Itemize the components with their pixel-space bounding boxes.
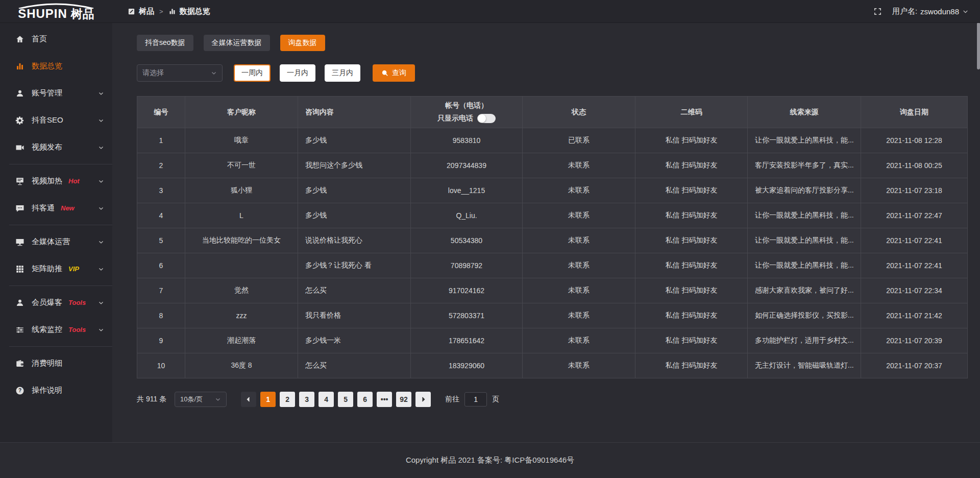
phone-only-toggle[interactable] — [477, 114, 496, 123]
wallet-icon — [15, 359, 24, 368]
page-button-5[interactable]: 5 — [338, 392, 353, 407]
filter-select-placeholder: 请选择 — [142, 68, 164, 78]
tab-inquiry-data[interactable]: 询盘数据 — [280, 35, 325, 51]
cell-qrcode[interactable]: 私信 扫码加好友 — [635, 178, 748, 203]
sidebar-item-member-burst[interactable]: 会员爆客Tools — [0, 289, 112, 316]
chevron-down-icon — [98, 205, 104, 211]
prev-page-button[interactable] — [241, 392, 256, 407]
cell-content: 多少钱 — [298, 178, 411, 203]
sidebar-item-video-publish[interactable]: 视频发布 — [0, 134, 112, 161]
cell-source[interactable]: 让你一眼就爱上的黑科技，能... — [748, 253, 861, 278]
cell-source[interactable]: 如何正确选择投影仪，买投影... — [748, 303, 861, 328]
cell-qrcode[interactable]: 私信 扫码加好友 — [635, 328, 748, 353]
next-page-button[interactable] — [415, 392, 431, 407]
period-button-quarter[interactable]: 三月内 — [325, 64, 360, 82]
header-nickname: 客户昵称 — [185, 97, 298, 128]
goto-page-input[interactable] — [464, 392, 487, 407]
cell-qrcode[interactable]: 私信 扫码加好友 — [635, 303, 748, 328]
user-menu[interactable]: 用户名: zswodun88 — [892, 7, 969, 16]
tab-omni-media-data[interactable]: 全媒体运营数据 — [204, 35, 270, 51]
brand-square-icon — [128, 8, 135, 15]
cell-source[interactable]: 让你一眼就爱上的黑科技，能... — [748, 228, 861, 253]
cell-date: 2021-11-07 20:39 — [861, 328, 968, 353]
sidebar-divider — [9, 164, 112, 164]
scrollbar[interactable] — [977, 22, 980, 478]
sidebar-item-label: 抖客通 — [32, 203, 55, 213]
cell-source[interactable]: 被大家追着问的客厅投影分享... — [748, 178, 861, 203]
goto-label: 前往 — [445, 395, 459, 404]
cell-serial: 1 — [137, 128, 185, 153]
sidebar-item-instructions[interactable]: ?操作说明 — [0, 377, 112, 404]
page-size-label: 10条/页 — [180, 395, 203, 404]
fullscreen-icon[interactable] — [873, 7, 882, 16]
page-button-6[interactable]: 6 — [357, 392, 373, 407]
cell-date: 2021-11-07 21:42 — [861, 303, 968, 328]
cell-qrcode[interactable]: 私信 扫码加好友 — [635, 353, 748, 378]
breadcrumb-root[interactable]: 树品 — [139, 7, 154, 16]
page-button-2[interactable]: 2 — [280, 392, 295, 407]
cell-qrcode[interactable]: 私信 扫码加好友 — [635, 203, 748, 228]
footer: Copyright 树品 2021 备案号: 粤ICP备09019646号 — [0, 442, 980, 478]
cell-qrcode[interactable]: 私信 扫码加好友 — [635, 253, 748, 278]
sidebar-item-douyin-seo[interactable]: 抖音SEO — [0, 107, 112, 134]
sidebar-item-home[interactable]: 首页 — [0, 26, 112, 53]
tab-douyin-seo-data[interactable]: 抖音seo数据 — [137, 35, 193, 51]
sidebar-badge: Hot — [68, 177, 80, 185]
svg-text:?: ? — [18, 388, 21, 393]
app-logo[interactable]: SHUPIN 树品 — [0, 0, 112, 22]
header-account-title: 帐号（电话） — [418, 101, 515, 110]
sidebar-item-consumption-detail[interactable]: 消费明细 — [0, 350, 112, 377]
member-icon — [15, 298, 24, 307]
sidebar-item-label: 矩阵助推 — [32, 264, 62, 274]
cell-nickname: zzz — [185, 303, 298, 328]
period-button-month[interactable]: 一月内 — [280, 64, 315, 82]
filter-select[interactable]: 请选择 — [137, 64, 223, 82]
cell-source[interactable]: 无主灯设计，智能磁吸轨道灯... — [748, 353, 861, 378]
topbar-right: 用户名: zswodun88 — [873, 7, 980, 16]
breadcrumb-current: 数据总览 — [180, 7, 210, 16]
page-button-1[interactable]: 1 — [260, 392, 276, 407]
sidebar-item-matrix-boost[interactable]: 矩阵助推VIP — [0, 255, 112, 282]
page-button-4[interactable]: 4 — [318, 392, 334, 407]
page-ellipsis[interactable]: ••• — [377, 392, 392, 407]
table-row: 8zzz我只看价格572803371未联系私信 扫码加好友如何正确选择投影仪，买… — [137, 303, 968, 328]
page-button-3[interactable]: 3 — [299, 392, 314, 407]
cell-source[interactable]: 多功能护栏灯，适用于乡村文... — [748, 328, 861, 353]
query-button[interactable]: 查询 — [373, 64, 415, 82]
cell-qrcode[interactable]: 私信 扫码加好友 — [635, 128, 748, 153]
sidebar-item-video-heating[interactable]: 视频加热Hot — [0, 168, 112, 195]
table-row: 3狐小狸多少钱love__1215未联系私信 扫码加好友被大家追着问的客厅投影分… — [137, 178, 968, 203]
cell-date: 2021-11-08 12:28 — [861, 128, 968, 153]
cell-source[interactable]: 让你一眼就爱上的黑科技，能... — [748, 203, 861, 228]
cell-source[interactable]: 感谢大家喜欢我家，被问了好... — [748, 278, 861, 303]
scrollbar-thumb[interactable] — [977, 22, 980, 69]
sidebar-item-data-overview[interactable]: 数据总览 — [0, 53, 112, 80]
sidebar-item-douketong[interactable]: 抖客通New — [0, 195, 112, 222]
header-status: 状态 — [523, 97, 635, 128]
logo-text-cn: 树品 — [71, 8, 94, 20]
sidebar-item-omni-media[interactable]: 全媒体运营 — [0, 228, 112, 255]
toggle-knob — [478, 114, 486, 123]
monitor-icon — [15, 237, 24, 247]
cell-source[interactable]: 让你一眼就爱上的黑科技，能... — [748, 128, 861, 153]
sidebar: 首页数据总览账号管理抖音SEO视频发布视频加热Hot抖客通New全媒体运营矩阵助… — [0, 22, 112, 442]
cell-status: 未联系 — [523, 178, 635, 203]
breadcrumb: 树品 > 数据总览 — [128, 7, 210, 16]
cell-content: 多少钱 — [298, 128, 411, 153]
cell-content: 怎么买 — [298, 353, 411, 378]
period-button-week[interactable]: 一周内 — [234, 64, 271, 82]
page-button-92[interactable]: 92 — [396, 392, 411, 407]
cell-qrcode[interactable]: 私信 扫码加好友 — [635, 278, 748, 303]
goto-unit: 页 — [492, 395, 499, 404]
cell-account: love__1215 — [411, 178, 523, 203]
cell-source[interactable]: 客厅安装投影半年多了，真实... — [748, 153, 861, 178]
sidebar-item-account-management[interactable]: 账号管理 — [0, 80, 112, 107]
main-content: 抖音seo数据全媒体运营数据询盘数据 请选择 一周内一月内三月内 查询 编号 客… — [112, 22, 980, 442]
cell-qrcode[interactable]: 私信 扫码加好友 — [635, 153, 748, 178]
sidebar-item-lead-monitor[interactable]: 线索监控Tools — [0, 316, 112, 343]
sidebar-item-label: 账号管理 — [32, 88, 62, 98]
cell-qrcode[interactable]: 私信 扫码加好友 — [635, 228, 748, 253]
cell-serial: 7 — [137, 278, 185, 303]
page-size-select[interactable]: 10条/页 — [175, 392, 227, 407]
cell-serial: 9 — [137, 328, 185, 353]
